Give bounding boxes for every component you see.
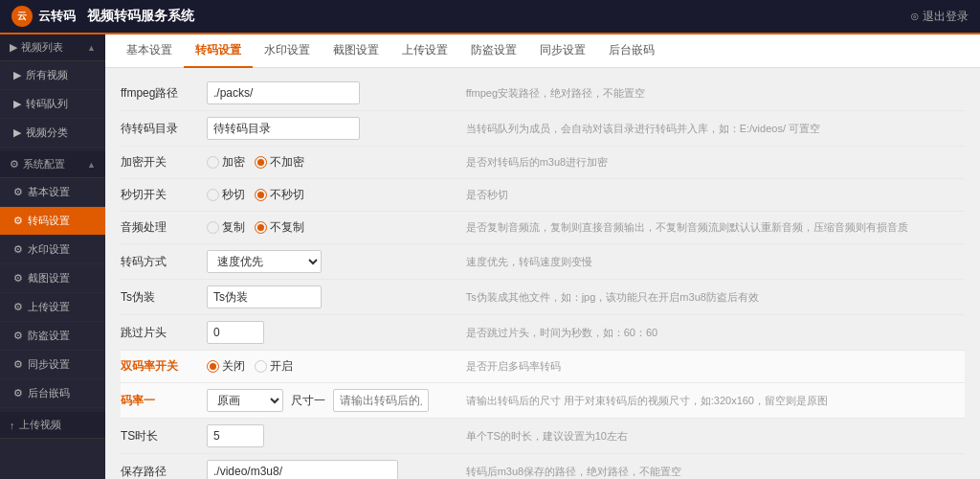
sidebar-item-upload[interactable]: ⚙ 上传设置: [0, 293, 105, 322]
field-second-cut: 秒切开关 秒切 不秒切 是否秒切: [121, 179, 965, 212]
sidebar-upload-video[interactable]: ↑ 上传视频: [0, 412, 105, 439]
sidebar-item-transcode[interactable]: ⚙ 转码设置: [0, 207, 105, 236]
sidebar-item-sync[interactable]: ⚙ 同步设置: [0, 351, 105, 379]
field-ts-duration: TS时长 单个TS的时长，建议设置为10左右: [121, 419, 965, 454]
label-save-path: 保存路径: [121, 464, 207, 480]
sidebar: ▶ 视频列表 ▲ ▶ 所有视频 ▶ 转码队列 ▶ 视频分类 ⚙ 系统配置 ▲ ⚙…: [0, 34, 105, 479]
hint-transcode-mode: 速度优先，转码速度则变慢: [466, 255, 965, 269]
logout-button[interactable]: ⊙ 退出登录: [910, 9, 969, 25]
tab-transcode[interactable]: 转码设置: [184, 34, 253, 68]
radio-encrypt-yes[interactable]: 加密: [207, 154, 245, 171]
label-transcode-mode: 转码方式: [121, 254, 207, 270]
basic-icon: ⚙: [13, 186, 23, 198]
radio-audio-no-copy[interactable]: 不复制: [255, 219, 304, 236]
input-wait-dir[interactable]: [207, 117, 360, 140]
field-save-path: 保存路径 转码后m3u8保存的路径，绝对路径，不能置空: [121, 454, 965, 479]
sidebar-section-config[interactable]: ⚙ 系统配置 ▲: [0, 151, 105, 178]
hint-skip-header: 是否跳过片头，时间为秒数，如：60：60: [466, 326, 965, 340]
tab-backend-code[interactable]: 后台嵌码: [597, 34, 666, 68]
radio-bitrate-off[interactable]: 关闭: [207, 358, 245, 375]
sidebar-item-backend-code[interactable]: ⚙ 后台嵌码: [0, 379, 105, 408]
sidebar-item-all-videos[interactable]: ▶ 所有视频: [0, 61, 105, 90]
tab-basic[interactable]: 基本设置: [115, 34, 184, 68]
radio-bitrate-on[interactable]: 开启: [255, 358, 293, 375]
header: 云 云转码 视频转码服务系统 ⊙ 退出登录: [0, 0, 980, 34]
hint-ts-duration: 单个TS的时长，建议设置为10左右: [466, 429, 965, 444]
radio-label-bitrate-on: 开启: [270, 358, 293, 375]
radio-cut-no[interactable]: 不秒切: [255, 187, 304, 203]
input-ts-fake[interactable]: [207, 285, 322, 308]
input-ts-duration[interactable]: [207, 424, 264, 447]
label-ffmpeg-path: ffmpeg路径: [121, 85, 207, 102]
hint-audio-process: 是否复制音频流，复制则直接音频输出，不复制音频流则默认认重新音频，压缩音频则有损…: [466, 220, 965, 235]
size-label: 尺寸一: [291, 393, 325, 409]
form-content: ffmpeg路径 ffmpeg安装路径，绝对路径，不能置空 待转码目录 当转码队…: [105, 68, 980, 479]
control-save-path: [207, 460, 457, 479]
radio-circle-yes: [207, 156, 219, 169]
sidebar-item-transcode-queue[interactable]: ▶ 转码队列: [0, 90, 105, 119]
label-multi-bitrate: 双码率开关: [121, 358, 207, 375]
field-transcode-mode: 转码方式 速度优先 质量优先 兼容优先 速度优先，转码速度则变慢: [121, 244, 965, 280]
sidebar-item-basic[interactable]: ⚙ 基本设置: [0, 178, 105, 207]
control-multi-bitrate: 关闭 开启: [207, 358, 457, 375]
control-ts-fake: [207, 285, 457, 308]
select-bitrate[interactable]: 原画: [207, 389, 283, 412]
control-ts-duration: [207, 424, 457, 447]
tab-sync[interactable]: 同步设置: [528, 34, 597, 68]
radio-circle-bitrate-off: [207, 360, 219, 373]
radio-label-cut-no: 不秒切: [270, 187, 304, 203]
sidebar-item-anti-leech[interactable]: ⚙ 防盗设置: [0, 322, 105, 351]
radio-group-audio: 复制 不复制: [207, 219, 304, 236]
control-skip-header: [207, 321, 457, 344]
tab-watermark[interactable]: 水印设置: [253, 34, 322, 68]
hint-bitrate-size: 请输出转码后的尺寸 用于对束转码后的视频尺寸，如:320x160，留空则是原图: [466, 394, 965, 408]
input-save-path[interactable]: [207, 460, 398, 479]
tab-thumbnail[interactable]: 截图设置: [322, 34, 390, 68]
tab-upload[interactable]: 上传设置: [390, 34, 459, 68]
config-section-icon: ⚙: [10, 158, 19, 171]
upload-icon: ⚙: [13, 301, 23, 313]
field-audio-process: 音频处理 复制 不复制 是否复制音频流，复制则直接音频输出，不复制音频流则默认认…: [121, 212, 965, 244]
control-encrypt: 加密 不加密: [207, 154, 457, 171]
hint-encrypt: 是否对转码后的m3u8进行加密: [466, 155, 965, 170]
sidebar-item-thumbnail[interactable]: ⚙ 截图设置: [0, 264, 105, 293]
radio-cut-yes[interactable]: 秒切: [207, 187, 245, 203]
radio-label-cut-yes: 秒切: [222, 187, 245, 203]
upload-section-icon: ↑: [10, 420, 15, 431]
tab-anti-leech[interactable]: 防盗设置: [459, 34, 528, 68]
hint-multi-bitrate: 是否开启多码率转码: [466, 359, 965, 374]
field-ffmpeg-path: ffmpeg路径 ffmpeg安装路径，绝对路径，不能置空: [121, 76, 965, 111]
label-encrypt: 加密开关: [121, 154, 207, 171]
radio-encrypt-no[interactable]: 不加密: [255, 154, 304, 171]
input-skip-header[interactable]: [207, 321, 264, 344]
label-ts-duration: TS时长: [121, 428, 207, 445]
radio-circle-no: [255, 156, 267, 169]
input-size[interactable]: [333, 389, 429, 412]
sidebar-section-videos[interactable]: ▶ 视频列表 ▲: [0, 34, 105, 61]
control-audio-process: 复制 不复制: [207, 219, 457, 236]
field-encrypt: 加密开关 加密 不加密 是否对转码后的m3u8进行加密: [121, 147, 965, 179]
radio-label-audio-copy: 复制: [222, 219, 245, 236]
sync-icon: ⚙: [13, 358, 23, 371]
radio-circle-cut-yes: [207, 189, 219, 201]
header-title: 视频转码服务系统: [87, 8, 194, 25]
radio-circle-audio-no-copy: [255, 221, 267, 234]
select-transcode-mode[interactable]: 速度优先 质量优先 兼容优先: [207, 250, 322, 273]
field-bitrate-size: 码率一 原画 尺寸一 请输出转码后的尺寸 用于对束转码后的视频尺寸，如:320x…: [121, 383, 965, 419]
queue-icon: ▶: [13, 98, 21, 110]
label-second-cut: 秒切开关: [121, 187, 207, 203]
tabs-bar: 基本设置 转码设置 水印设置 截图设置 上传设置 防盗设置 同步设置 后台嵌码: [105, 34, 980, 68]
watermark-icon: ⚙: [13, 243, 23, 256]
control-ffmpeg-path: [207, 81, 457, 104]
field-ts-fake: Ts伪装 Ts伪装成其他文件，如：jpg，该功能只在开启m3u8防盗后有效: [121, 280, 965, 315]
radio-label-audio-no-copy: 不复制: [270, 219, 304, 236]
category-icon: ▶: [13, 126, 21, 139]
input-ffmpeg-path[interactable]: [207, 81, 360, 104]
radio-label-encrypt-yes: 加密: [222, 154, 245, 171]
logo-text: 云转码: [38, 8, 76, 25]
sidebar-item-video-category[interactable]: ▶ 视频分类: [0, 119, 105, 148]
sidebar-item-watermark[interactable]: ⚙ 水印设置: [0, 236, 105, 264]
radio-group-second-cut: 秒切 不秒切: [207, 187, 304, 203]
logo: 云 云转码 视频转码服务系统: [11, 6, 194, 27]
radio-audio-copy[interactable]: 复制: [207, 219, 245, 236]
